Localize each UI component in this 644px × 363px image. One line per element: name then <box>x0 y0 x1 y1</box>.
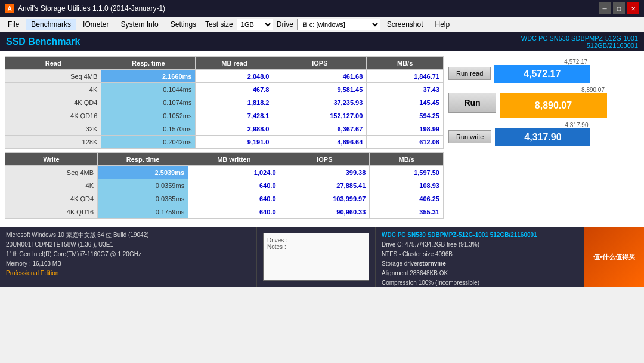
test-size-label: Test size <box>203 19 236 30</box>
read-header-mb: MB read <box>196 57 273 70</box>
ntfs-info: NTFS - Cluster size 4096B <box>382 250 578 259</box>
menu-screenshot[interactable]: Screenshot <box>382 19 429 30</box>
row-label: 4K <box>5 83 101 96</box>
mb-read: 9,191.0 <box>196 136 273 149</box>
ssd-title: SSD Benchmark <box>6 36 80 47</box>
read-score-display: 4,572.17 4,572.17 <box>494 59 590 83</box>
iops: 152,127.00 <box>273 109 367 122</box>
drive-info-line2: 512GB/21160001 <box>521 42 638 49</box>
menu-settings[interactable]: Settings <box>165 19 202 30</box>
row-label: 4K <box>5 179 98 192</box>
benchmark-area: Read Resp. time MB read IOPS MB/s Seq 4M… <box>0 51 644 227</box>
right-panel: Run read 4,572.17 4,572.17 Run 8,890.07 … <box>448 56 639 222</box>
run-write-button[interactable]: Run write <box>448 130 491 143</box>
mbs: 37.43 <box>367 83 444 96</box>
total-score-display: 8,890.07 8,890.07 <box>500 87 607 118</box>
watermark-text: 值•什么值得买 <box>591 250 637 264</box>
mbs: 1,846.71 <box>367 70 444 83</box>
run-read-button[interactable]: Run read <box>448 67 491 80</box>
resp-time: 2.1660ms <box>101 70 196 83</box>
mb-written: 640.0 <box>188 192 280 205</box>
mb-read: 1,818.2 <box>196 96 273 109</box>
drive-info-header: WDC PC SN530 SDBPMPZ-512G-1001 512GB/211… <box>382 230 578 240</box>
drive-select[interactable]: 🖥 c: [windows] <box>297 19 380 30</box>
total-score-bar: 8,890.07 <box>500 93 607 118</box>
row-label: Seq 4MB <box>5 70 101 83</box>
edition-info: Professional Edition <box>6 269 250 278</box>
write-header-mbs: MB/s <box>370 153 444 166</box>
table-row: 4K QD4 0.1074ms 1,818.2 37,235.93 145.45 <box>5 96 444 109</box>
read-score-bar: 4,572.17 <box>494 65 590 83</box>
read-header-row: Read Resp. time MB read IOPS MB/s <box>5 57 444 70</box>
memory-info: Memory : 16,103 MB <box>6 259 250 269</box>
write-score-bar: 4,317.90 <box>495 128 590 146</box>
iops: 103,999.97 <box>280 192 370 205</box>
table-row: 4K QD4 0.0385ms 640.0 103,999.97 406.25 <box>5 192 444 205</box>
compression-info: Compression 100% (Incompressible) <box>382 278 578 288</box>
row-label: 32K <box>5 122 101 136</box>
mb-written: 640.0 <box>188 205 280 219</box>
build-info: 20UN001TCD/N2TET58W (1.36 ), U3E1 <box>6 240 250 250</box>
app-icon: A <box>5 4 14 13</box>
read-header-mbs: MB/s <box>367 57 444 70</box>
menu-benchmarks[interactable]: Benchmarks <box>26 19 76 30</box>
mbs: 612.08 <box>367 136 444 149</box>
status-left: Microsoft Windows 10 家庭中文版 64 位 Build (1… <box>0 227 256 287</box>
row-label: Seq 4MB <box>5 166 98 179</box>
storage-driver-info: Storage driverstornvme <box>382 259 578 269</box>
test-size-select[interactable]: 1GB 512MB 256MB <box>237 19 273 30</box>
tables-section: Read Resp. time MB read IOPS MB/s Seq 4M… <box>5 56 444 222</box>
cpu-info: 11th Gen Intel(R) Core(TM) i7-1160G7 @ 1… <box>6 250 250 259</box>
status-bar: Microsoft Windows 10 家庭中文版 64 位 Build (1… <box>0 227 644 287</box>
mbs: 355.31 <box>370 205 444 219</box>
drive-c-info: Drive C: 475.7/434.2GB free (91.3%) <box>382 240 578 250</box>
iops: 4,896.64 <box>273 136 367 149</box>
drive-info-line1: WDC PC SN530 SDBPMPZ-512G-1001 <box>521 35 638 42</box>
menu-iometer[interactable]: IOmeter <box>78 19 114 30</box>
write-score-display: 4,317.90 4,317.90 <box>495 122 590 146</box>
write-header-resptime: Resp. time <box>98 153 188 166</box>
notes-label: Notes : <box>267 244 365 250</box>
row-label: 128K <box>5 136 101 149</box>
run-button[interactable]: Run <box>448 93 496 113</box>
row-label: 4K QD4 <box>5 96 101 109</box>
table-row: 4K 0.0359ms 640.0 27,885.41 108.93 <box>5 179 444 192</box>
maximize-button[interactable]: □ <box>613 2 625 14</box>
close-button[interactable]: ✕ <box>627 2 639 14</box>
window-controls: ─ □ ✕ <box>599 2 639 14</box>
read-header-iops: IOPS <box>273 57 367 70</box>
iops: 90,960.33 <box>280 205 370 219</box>
ssd-header: SSD Benchmark WDC PC SN530 SDBPMPZ-512G-… <box>0 32 644 51</box>
mbs: 145.45 <box>367 96 444 109</box>
row-label: 4K QD16 <box>5 205 98 219</box>
iops: 9,581.45 <box>273 83 367 96</box>
read-header-resptime: Resp. time <box>101 57 196 70</box>
table-row: Seq 4MB 2.5039ms 1,024.0 399.38 1,597.50 <box>5 166 444 179</box>
iops: 399.38 <box>280 166 370 179</box>
menu-file[interactable]: File <box>2 19 24 30</box>
title-bar: A Anvil's Storage Utilities 1.1.0 (2014-… <box>0 0 644 17</box>
mbs: 1,597.50 <box>370 166 444 179</box>
minimize-button[interactable]: ─ <box>599 2 611 14</box>
alignment-info: Alignment 283648KB OK <box>382 269 578 278</box>
row-label: 4K QD16 <box>5 109 101 122</box>
total-score-label: 8,890.07 <box>500 87 607 93</box>
iops: 461.68 <box>273 70 367 83</box>
table-row: 128K 0.2042ms 9,191.0 4,896.64 612.08 <box>5 136 444 149</box>
write-header-mb: MB written <box>188 153 280 166</box>
drives-notes-box: Drives : Notes : <box>263 233 369 281</box>
read-table: Read Resp. time MB read IOPS MB/s Seq 4M… <box>5 56 444 149</box>
write-header-label: Write <box>5 153 98 166</box>
menu-system-info[interactable]: System Info <box>115 19 163 30</box>
mbs: 108.93 <box>370 179 444 192</box>
write-header-row: Write Resp. time MB written IOPS MB/s <box>5 153 444 166</box>
resp-time: 0.1074ms <box>101 96 196 109</box>
resp-time: 0.2042ms <box>101 136 196 149</box>
menu-help[interactable]: Help <box>430 19 456 30</box>
write-table: Write Resp. time MB written IOPS MB/s Se… <box>5 152 444 219</box>
resp-time: 0.0385ms <box>98 192 188 205</box>
resp-time: 2.5039ms <box>98 166 188 179</box>
mb-read: 2,988.0 <box>196 122 273 136</box>
mbs: 406.25 <box>370 192 444 205</box>
table-row: 4K QD16 0.1052ms 7,428.1 152,127.00 594.… <box>5 109 444 122</box>
